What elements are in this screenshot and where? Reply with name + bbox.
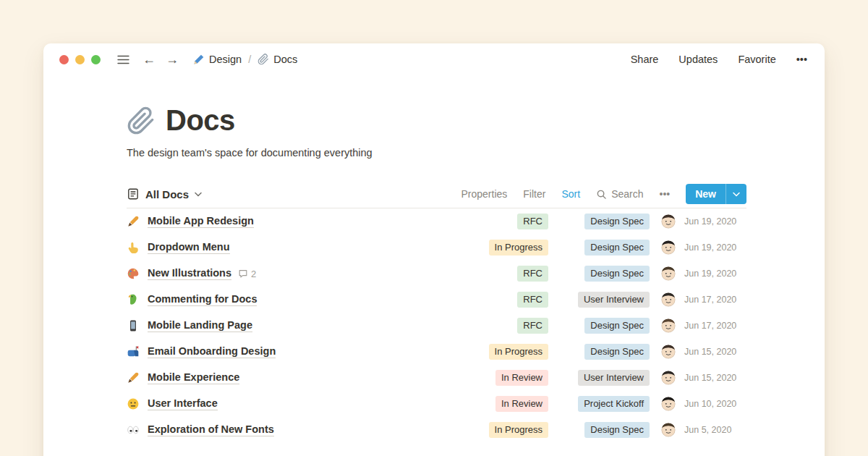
pencil-icon — [193, 54, 205, 65]
updates-button[interactable]: Updates — [678, 54, 718, 65]
new-button-group: New — [686, 184, 746, 204]
status-tag[interactable]: RFC — [517, 214, 548, 229]
toolbar-actions: Properties Filter Sort Search ••• New — [461, 184, 747, 204]
comment-count: 2 — [238, 269, 256, 279]
doc-date: Jun 19, 2020 — [684, 269, 746, 279]
page-title: Docs — [166, 104, 235, 137]
comment-number: 2 — [251, 269, 256, 279]
status-tag[interactable]: RFC — [517, 292, 548, 308]
toolbar-more-button[interactable]: ••• — [659, 188, 670, 200]
sort-button[interactable]: Sort — [561, 188, 580, 200]
table-row[interactable]: Dropdown Menu In Progress Design Spec Ju… — [127, 235, 746, 261]
doc-title[interactable]: Mobile App Redesign — [148, 215, 254, 228]
new-dropdown-button[interactable] — [726, 184, 746, 204]
page-content: Docs The design team's space for documen… — [43, 75, 825, 443]
category-tag[interactable]: User Interview — [578, 292, 650, 308]
avatar — [661, 214, 676, 229]
doc-title[interactable]: Mobile Experience — [148, 371, 239, 384]
doc-date: Jun 15, 2020 — [684, 373, 746, 383]
table-row[interactable]: Commenting for Docs RFC User Interview J… — [127, 287, 746, 313]
doc-date: Jun 17, 2020 — [684, 295, 746, 305]
category-tag[interactable]: Design Spec — [584, 266, 650, 282]
doc-title[interactable]: Mobile Landing Page — [148, 319, 252, 332]
doc-title[interactable]: Exploration of New Fonts — [148, 423, 274, 436]
status-tag[interactable]: In Review — [495, 396, 548, 412]
mobile-icon — [127, 319, 140, 332]
paintbrush-icon — [127, 371, 140, 384]
doc-date: Jun 19, 2020 — [684, 216, 746, 227]
close-window-button[interactable] — [59, 55, 69, 64]
table-row[interactable]: Mobile App Redesign RFC Design Spec Jun … — [127, 208, 746, 235]
doc-title[interactable]: Commenting for Docs — [148, 293, 257, 306]
eyes-icon — [127, 423, 140, 436]
zoom-window-button[interactable] — [91, 55, 101, 64]
doc-date: Jun 15, 2020 — [684, 347, 746, 357]
paperclip-icon — [258, 54, 269, 65]
traffic-lights — [59, 55, 101, 64]
table-row[interactable]: New Illustrations 2 RFC Design Spec Jun … — [127, 261, 746, 287]
table-row[interactable]: User Interface In Review Project Kickoff… — [127, 391, 746, 417]
table-row[interactable]: Mobile Experience In Review User Intervi… — [127, 365, 746, 391]
forward-arrow-icon[interactable]: → — [164, 51, 180, 67]
doc-title[interactable]: New Illustrations — [148, 267, 231, 280]
hamburger-menu-icon[interactable] — [115, 51, 131, 67]
table-row[interactable]: Email Onboarding Design In Progress Desi… — [127, 339, 746, 365]
doc-date: Jun 5, 2020 — [684, 425, 746, 435]
desktop-background: { "colors": { "accent_blue": "#2EA3DB", … — [0, 0, 868, 456]
doc-title[interactable]: Email Onboarding Design — [148, 345, 276, 358]
category-tag[interactable]: Design Spec — [584, 422, 650, 438]
avatar — [661, 397, 676, 411]
breadcrumb-separator: / — [248, 54, 251, 65]
back-arrow-icon[interactable]: ← — [141, 51, 157, 67]
paperclip-icon — [127, 106, 156, 135]
doc-title[interactable]: Dropdown Menu — [148, 241, 230, 254]
search-icon — [596, 189, 607, 200]
comment-bubble-icon — [238, 269, 248, 279]
view-toolbar: All Docs Properties Filter Sort Search •… — [127, 180, 746, 208]
properties-button[interactable]: Properties — [461, 188, 508, 200]
view-label: All Docs — [145, 188, 189, 200]
breadcrumb-item-design[interactable]: Design — [193, 54, 242, 65]
view-switcher[interactable]: All Docs — [127, 187, 202, 200]
breadcrumb-label: Docs — [273, 54, 297, 65]
minimize-window-button[interactable] — [75, 55, 85, 64]
table-row[interactable]: Exploration of New Fonts In Progress Des… — [127, 417, 746, 443]
window-topbar: ← → Design / Docs Share Updates Favorite… — [43, 43, 825, 75]
status-tag[interactable]: In Progress — [489, 240, 548, 256]
avatar — [661, 371, 676, 385]
doc-title[interactable]: User Interface — [148, 397, 218, 410]
doc-date: Jun 19, 2020 — [684, 242, 746, 253]
avatar — [661, 240, 676, 255]
category-tag[interactable]: User Interview — [578, 370, 650, 386]
doc-date: Jun 17, 2020 — [684, 321, 746, 331]
avatar — [661, 318, 676, 333]
category-tag[interactable]: Design Spec — [584, 214, 650, 229]
search-button[interactable]: Search — [596, 188, 643, 200]
category-tag[interactable]: Design Spec — [584, 318, 650, 334]
filter-button[interactable]: Filter — [523, 188, 545, 200]
status-tag[interactable]: RFC — [517, 318, 548, 334]
breadcrumb-label: Design — [209, 54, 242, 65]
status-tag[interactable]: RFC — [517, 266, 548, 282]
paintbrush-icon — [127, 215, 140, 228]
new-button[interactable]: New — [686, 184, 726, 204]
share-button[interactable]: Share — [631, 54, 659, 65]
page-description: The design team's space for documenting … — [127, 147, 746, 159]
topbar-more-button[interactable]: ••• — [796, 54, 807, 65]
breadcrumb-item-docs[interactable]: Docs — [258, 54, 297, 65]
doc-table: Mobile App Redesign RFC Design Spec Jun … — [127, 208, 746, 443]
status-tag[interactable]: In Progress — [489, 344, 548, 360]
category-tag[interactable]: Design Spec — [584, 344, 650, 360]
category-tag[interactable]: Project Kickoff — [578, 396, 650, 412]
palette-icon — [127, 267, 140, 280]
doc-list-icon — [127, 187, 140, 200]
chevron-down-icon — [195, 192, 202, 197]
avatar — [661, 266, 676, 281]
category-tag[interactable]: Design Spec — [584, 240, 650, 256]
topbar-actions: Share Updates Favorite ••• — [631, 54, 807, 65]
status-tag[interactable]: In Progress — [489, 422, 548, 438]
table-row[interactable]: Mobile Landing Page RFC Design Spec Jun … — [127, 313, 746, 339]
status-tag[interactable]: In Review — [495, 370, 548, 386]
favorite-button[interactable]: Favorite — [738, 54, 775, 65]
chevron-down-icon — [733, 192, 740, 197]
